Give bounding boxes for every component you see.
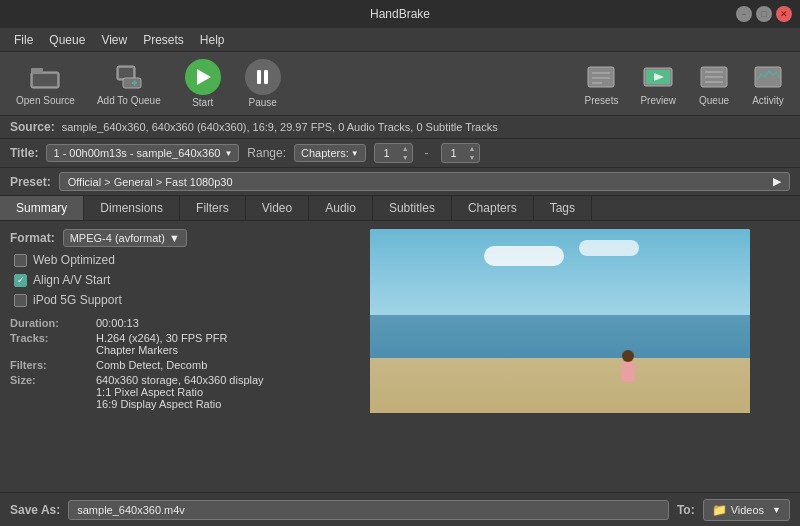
tab-tags[interactable]: Tags — [534, 196, 592, 220]
preview-image — [370, 229, 750, 413]
range-label: Range: — [247, 146, 286, 160]
start-icon — [185, 59, 221, 95]
title-label: Title: — [10, 146, 38, 160]
range-type-arrow: ▼ — [351, 149, 359, 158]
title-value: 1 - 00h00m13s - sample_640x360 — [53, 147, 220, 159]
preset-arrow: ▶ — [773, 175, 781, 188]
queue-label: Queue — [699, 95, 729, 106]
svg-rect-4 — [119, 68, 133, 78]
save-as-input[interactable] — [68, 500, 669, 520]
range-end-spinner[interactable]: 1 ▲ ▼ — [441, 143, 480, 163]
filters-val: Comb Detect, Decomb — [96, 359, 320, 371]
tabs: Summary Dimensions Filters Video Audio S… — [0, 196, 800, 221]
start-label: Start — [192, 97, 213, 108]
ipod-checkbox[interactable] — [14, 294, 27, 307]
menu-presets[interactable]: Presets — [135, 31, 192, 49]
to-label: To: — [677, 503, 695, 517]
menu-file[interactable]: File — [6, 31, 41, 49]
activity-button[interactable]: Activity — [744, 57, 792, 110]
range-dash: - — [425, 146, 429, 160]
open-source-button[interactable]: Open Source — [8, 57, 83, 110]
tab-summary[interactable]: Summary — [0, 196, 84, 220]
range-type-value: Chapters: — [301, 147, 349, 159]
pause-icon — [245, 59, 281, 95]
tab-chapters[interactable]: Chapters — [452, 196, 534, 220]
close-button[interactable]: ✕ — [776, 6, 792, 22]
tab-video[interactable]: Video — [246, 196, 309, 220]
tracks-val: H.264 (x264), 30 FPS PFRChapter Markers — [96, 332, 320, 356]
app-title: HandBrake — [370, 7, 430, 21]
svg-rect-2 — [33, 74, 57, 86]
presets-button[interactable]: Presets — [577, 57, 627, 110]
range-type-select[interactable]: Chapters: ▼ — [294, 144, 366, 162]
size-key: Size: — [10, 374, 90, 410]
checkbox-web-optimized[interactable]: Web Optimized — [14, 253, 320, 267]
title-bar: HandBrake − □ ✕ — [0, 0, 800, 28]
save-as-label: Save As: — [10, 503, 60, 517]
add-to-queue-label: Add To Queue — [97, 95, 161, 106]
open-source-label: Open Source — [16, 95, 75, 106]
pause-button[interactable]: Pause — [237, 55, 289, 112]
pause-label: Pause — [249, 97, 277, 108]
format-row: Format: MPEG-4 (avformat) ▼ — [10, 229, 320, 247]
tab-dimensions[interactable]: Dimensions — [84, 196, 180, 220]
preset-label: Preset: — [10, 175, 51, 189]
preview-button[interactable]: Preview — [632, 57, 684, 110]
align-av-checkbox[interactable] — [14, 274, 27, 287]
menu-help[interactable]: Help — [192, 31, 233, 49]
folder-icon: 📁 — [712, 503, 727, 517]
checkbox-ipod[interactable]: iPod 5G Support — [14, 293, 320, 307]
title-select[interactable]: 1 - 00h00m13s - sample_640x360 ▼ — [46, 144, 239, 162]
folder-label: Videos — [731, 504, 764, 516]
web-optimized-label: Web Optimized — [33, 253, 115, 267]
maximize-button[interactable]: □ — [756, 6, 772, 22]
folder-select-button[interactable]: 📁 Videos ▼ — [703, 499, 790, 521]
preset-value: Official > General > Fast 1080p30 — [68, 176, 233, 188]
main-content: Format: MPEG-4 (avformat) ▼ Web Optimize… — [0, 221, 800, 413]
menu-queue[interactable]: Queue — [41, 31, 93, 49]
format-select[interactable]: MPEG-4 (avformat) ▼ — [63, 229, 187, 247]
bottom-bar: Save As: To: 📁 Videos ▼ — [0, 492, 800, 526]
range-end-value: 1 — [442, 145, 466, 161]
tab-filters[interactable]: Filters — [180, 196, 246, 220]
activity-label: Activity — [752, 95, 784, 106]
range-end-up[interactable]: ▲ — [466, 144, 479, 153]
figure — [620, 350, 636, 390]
menu-bar: File Queue View Presets Help — [0, 28, 800, 52]
tab-audio[interactable]: Audio — [309, 196, 373, 220]
size-val: 640x360 storage, 640x360 display1:1 Pixe… — [96, 374, 320, 410]
web-optimized-checkbox[interactable] — [14, 254, 27, 267]
folder-arrow: ▼ — [772, 505, 781, 515]
preset-select[interactable]: Official > General > Fast 1080p30 ▶ — [59, 172, 790, 191]
align-av-label: Align A/V Start — [33, 273, 110, 287]
add-to-queue-button[interactable]: Add To Queue — [89, 57, 169, 110]
title-row: Title: 1 - 00h00m13s - sample_640x360 ▼ … — [0, 139, 800, 168]
format-arrow: ▼ — [169, 232, 180, 244]
svg-rect-1 — [31, 68, 43, 73]
duration-key: Duration: — [10, 317, 90, 329]
start-button[interactable]: Start — [175, 55, 231, 112]
queue-button[interactable]: Queue — [690, 57, 738, 110]
checkbox-align-av[interactable]: Align A/V Start — [14, 273, 320, 287]
source-label: Source: — [10, 120, 55, 134]
format-value: MPEG-4 (avformat) — [70, 232, 165, 244]
minimize-button[interactable]: − — [736, 6, 752, 22]
range-start-spinner[interactable]: 1 ▲ ▼ — [374, 143, 413, 163]
range-start-up[interactable]: ▲ — [399, 144, 412, 153]
menu-view[interactable]: View — [93, 31, 135, 49]
preset-row: Preset: Official > General > Fast 1080p3… — [0, 168, 800, 196]
tab-subtitles[interactable]: Subtitles — [373, 196, 452, 220]
left-panel: Format: MPEG-4 (avformat) ▼ Web Optimize… — [10, 229, 320, 405]
info-grid: Duration: 00:00:13 Tracks: H.264 (x264),… — [10, 317, 320, 410]
range-start-down[interactable]: ▼ — [399, 153, 412, 162]
toolbar: Open Source Add To Queue Start Pause — [0, 52, 800, 116]
format-label: Format: — [10, 231, 55, 245]
source-info: Source: sample_640x360, 640x360 (640x360… — [0, 116, 800, 139]
duration-val: 00:00:13 — [96, 317, 320, 329]
tracks-key: Tracks: — [10, 332, 90, 356]
range-end-down[interactable]: ▼ — [466, 153, 479, 162]
filters-key: Filters: — [10, 359, 90, 371]
source-value: sample_640x360, 640x360 (640x360), 16:9,… — [62, 121, 498, 133]
preview-panel — [330, 229, 790, 405]
range-start-value: 1 — [375, 145, 399, 161]
